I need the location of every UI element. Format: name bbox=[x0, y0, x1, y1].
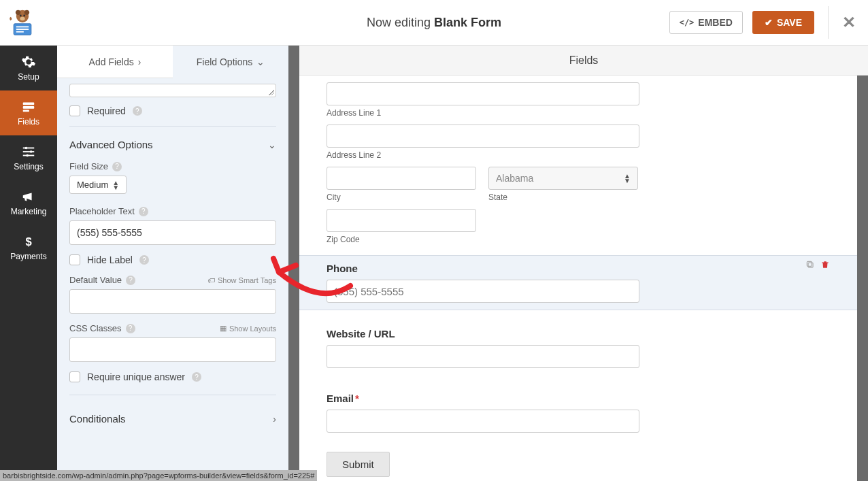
required-checkbox[interactable] bbox=[69, 105, 80, 116]
address2-label: Address Line 2 bbox=[327, 150, 830, 160]
email-label: Email bbox=[327, 393, 354, 404]
state-select[interactable]: Alabama ▲▼ bbox=[488, 167, 638, 190]
chevron-down-icon: ⌄ bbox=[268, 139, 276, 150]
zip-label: Zip Code bbox=[327, 235, 830, 244]
divider bbox=[69, 395, 276, 395]
check-icon: ✔ bbox=[765, 17, 773, 28]
website-label: Website / URL bbox=[327, 328, 830, 339]
show-layouts[interactable]: ▦ Show Layouts bbox=[220, 324, 276, 333]
updown-icon: ▲▼ bbox=[624, 173, 631, 183]
form-canvas: Fields Address Line 1 Address Line 2 Cit… bbox=[299, 46, 868, 481]
svg-text:$: $ bbox=[25, 235, 31, 248]
nav-setup[interactable]: Setup bbox=[0, 46, 57, 90]
city-input[interactable] bbox=[327, 167, 476, 190]
svg-rect-7 bbox=[16, 27, 29, 28]
phone-input[interactable] bbox=[327, 280, 639, 303]
updown-icon: ▲▼ bbox=[112, 180, 119, 190]
zip-input[interactable] bbox=[327, 209, 476, 232]
help-icon[interactable]: ? bbox=[126, 324, 135, 333]
hide-label-label: Hide Label bbox=[87, 254, 133, 265]
svg-rect-13 bbox=[23, 148, 35, 149]
show-smart-tags[interactable]: 🏷 Show Smart Tags bbox=[207, 276, 276, 284]
nav-settings[interactable]: Settings bbox=[0, 135, 57, 180]
fields-icon bbox=[21, 99, 36, 114]
grid-icon: ▦ bbox=[220, 324, 227, 333]
svg-point-5 bbox=[20, 17, 24, 21]
duplicate-icon[interactable] bbox=[805, 260, 815, 269]
required-label: Required bbox=[87, 105, 126, 116]
address1-input[interactable] bbox=[327, 82, 639, 105]
help-icon[interactable]: ? bbox=[139, 207, 148, 216]
unique-answer-checkbox[interactable] bbox=[69, 371, 80, 382]
website-input[interactable] bbox=[327, 345, 639, 368]
section-label: Advanced Options bbox=[69, 139, 153, 150]
embed-label: EMBED bbox=[698, 17, 733, 28]
form-name: Blank Form bbox=[434, 16, 501, 29]
tab-add-fields[interactable]: Add Fields › bbox=[57, 46, 173, 78]
select-value: Medium bbox=[77, 180, 108, 190]
trash-icon[interactable] bbox=[820, 260, 830, 269]
help-icon[interactable]: ? bbox=[126, 276, 135, 285]
nav-label: Setup bbox=[18, 72, 39, 82]
section-label: Conditionals bbox=[69, 413, 126, 425]
topbar: Now editing Blank Form </> EMBED ✔ SAVE … bbox=[0, 0, 868, 46]
required-asterisk: * bbox=[355, 393, 359, 404]
tab-label: Field Options bbox=[197, 56, 252, 67]
help-icon[interactable]: ? bbox=[139, 255, 149, 265]
state-label: State bbox=[488, 193, 638, 202]
nav-label: Settings bbox=[14, 162, 43, 171]
default-value-input[interactable] bbox=[69, 289, 276, 314]
divider bbox=[69, 126, 276, 127]
hide-label-checkbox[interactable] bbox=[69, 254, 80, 265]
svg-point-1 bbox=[16, 10, 20, 15]
nav-marketing[interactable]: Marketing bbox=[0, 180, 57, 225]
address1-label: Address Line 1 bbox=[327, 108, 830, 118]
sliders-icon bbox=[21, 144, 36, 159]
help-icon[interactable]: ? bbox=[133, 106, 142, 116]
side-panel: Add Fields › Field Options ⌄ Required ? … bbox=[57, 46, 299, 481]
save-label: SAVE bbox=[777, 17, 802, 28]
save-button[interactable]: ✔ SAVE bbox=[752, 11, 814, 34]
help-icon[interactable]: ? bbox=[192, 372, 201, 382]
unique-answer-label: Require unique answer bbox=[87, 371, 185, 382]
bullhorn-icon bbox=[21, 189, 36, 204]
svg-rect-15 bbox=[23, 151, 35, 152]
canvas-heading: Fields bbox=[299, 46, 868, 76]
address2-input[interactable] bbox=[327, 125, 639, 148]
advanced-options-toggle[interactable]: Advanced Options ⌄ bbox=[69, 135, 276, 154]
help-icon[interactable]: ? bbox=[112, 162, 122, 171]
submit-button[interactable]: Submit bbox=[327, 452, 390, 477]
dollar-icon: $ bbox=[21, 234, 36, 249]
tab-field-options[interactable]: Field Options ⌄ bbox=[173, 46, 288, 78]
field-size-select[interactable]: Medium ▲▼ bbox=[69, 176, 127, 194]
description-textarea[interactable] bbox=[69, 84, 276, 97]
default-value-label: Default Value bbox=[69, 275, 122, 285]
tab-label: Add Fields bbox=[89, 56, 134, 67]
placeholder-input[interactable] bbox=[69, 220, 276, 245]
conditionals-toggle[interactable]: Conditionals › bbox=[69, 403, 276, 434]
nav-payments[interactable]: $ Payments bbox=[0, 225, 57, 270]
status-bar: barbisbrightside.com/wp-admin/admin.php?… bbox=[0, 470, 317, 481]
nav-label: Fields bbox=[18, 117, 39, 127]
chevron-down-icon: ⌄ bbox=[256, 56, 265, 67]
svg-rect-8 bbox=[16, 29, 29, 30]
field-size-label: Field Size bbox=[69, 161, 108, 171]
svg-point-18 bbox=[26, 154, 29, 157]
smart-tags-label: Show Smart Tags bbox=[218, 276, 276, 284]
email-input[interactable] bbox=[327, 410, 639, 433]
embed-button[interactable]: </> EMBED bbox=[669, 11, 743, 34]
app-logo bbox=[5, 5, 39, 39]
css-classes-input[interactable] bbox=[69, 337, 276, 362]
email-field-block[interactable]: Email* bbox=[327, 386, 830, 439]
nav-fields[interactable]: Fields bbox=[0, 90, 57, 135]
svg-rect-21 bbox=[807, 261, 812, 266]
css-classes-label: CSS Classes bbox=[69, 323, 122, 333]
nav-label: Marketing bbox=[11, 207, 47, 216]
placeholder-label: Placeholder Text bbox=[69, 206, 135, 216]
svg-point-14 bbox=[25, 147, 28, 150]
heading-text: Fields bbox=[569, 54, 599, 67]
phone-label: Phone bbox=[327, 263, 830, 274]
phone-field-block[interactable]: Phone bbox=[299, 255, 857, 310]
close-icon[interactable]: ✕ bbox=[842, 13, 856, 32]
website-field-block[interactable]: Website / URL bbox=[327, 321, 830, 375]
